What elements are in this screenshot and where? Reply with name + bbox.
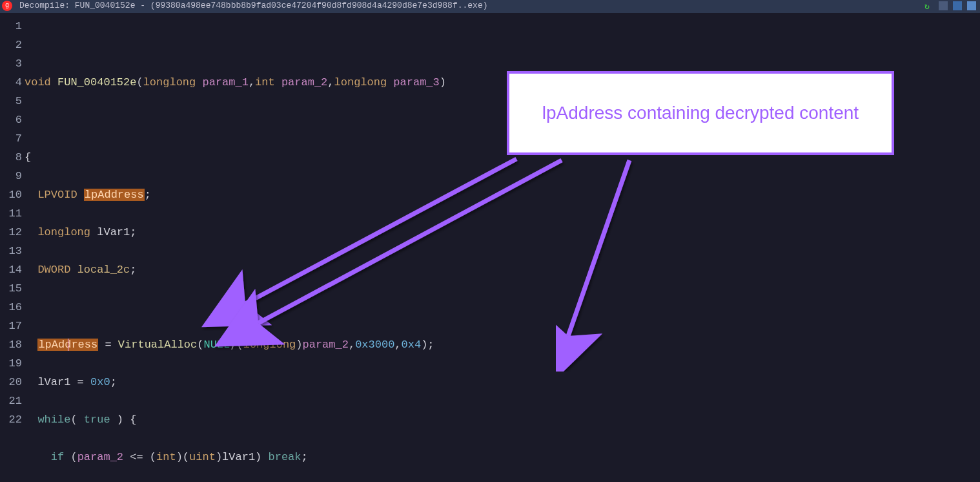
line-number: 3 <box>0 54 22 73</box>
code-line: LPVOID lpAddress; <box>25 185 980 204</box>
line-number: 22 <box>0 410 22 429</box>
line-number: 9 <box>0 167 22 185</box>
line-number: 16 <box>0 298 22 317</box>
line-number: 17 <box>0 317 22 335</box>
list-icon[interactable] <box>939 1 948 10</box>
line-number: 2 <box>0 36 22 54</box>
line-number: 4 <box>0 73 22 92</box>
line-number: 19 <box>0 354 22 373</box>
line-number: 14 <box>0 260 22 279</box>
code-line <box>25 298 980 317</box>
app-logo-icon: g <box>2 1 12 11</box>
line-number: 20 <box>0 373 22 392</box>
line-number: 8 <box>0 148 22 167</box>
line-number: 11 <box>0 204 22 223</box>
title-bar: g Decompile: FUN_0040152e - (99380a498ee… <box>0 0 980 13</box>
code-line: lpAddress = VirtualAlloc(NULL,(longlong)… <box>25 335 980 354</box>
code-line: while( true ) { <box>25 410 980 429</box>
window-title: Decompile: FUN_0040152e - (99380a498ee74… <box>19 1 488 10</box>
line-number: 6 <box>0 110 22 129</box>
line-number: 21 <box>0 392 22 410</box>
line-number-gutter: 1 2 3 4 5 6 7 8 9 10 11 12 13 14 15 16 1… <box>0 13 25 482</box>
line-number: 5 <box>0 92 22 110</box>
code-line: DWORD local_2c; <box>25 260 980 279</box>
code-line: longlong lVar1; <box>25 223 980 242</box>
snapshot-icon[interactable] <box>953 1 962 10</box>
code-line <box>25 36 980 54</box>
line-number: 12 <box>0 223 22 242</box>
line-number: 13 <box>0 242 22 260</box>
line-number: 10 <box>0 185 22 204</box>
line-number: 18 <box>0 335 22 354</box>
line-number: 1 <box>0 17 22 36</box>
code-line: if (param_2 <= (int)(uint)lVar1) break; <box>25 448 980 466</box>
annotation-text: lpAddress containing decrypted content <box>542 103 859 123</box>
code-line: lVar1 = 0x0; <box>25 373 980 392</box>
panel-icon[interactable] <box>967 1 976 10</box>
titlebar-status-icons: ↻ <box>924 1 976 10</box>
refresh-icon[interactable]: ↻ <box>924 1 934 10</box>
highlighted-token: lpAddress <box>37 339 98 351</box>
line-number: 15 <box>0 279 22 298</box>
line-number: 7 <box>0 129 22 148</box>
annotation-callout: lpAddress containing decrypted content <box>507 71 894 155</box>
highlighted-token: lpAddress <box>84 189 145 201</box>
